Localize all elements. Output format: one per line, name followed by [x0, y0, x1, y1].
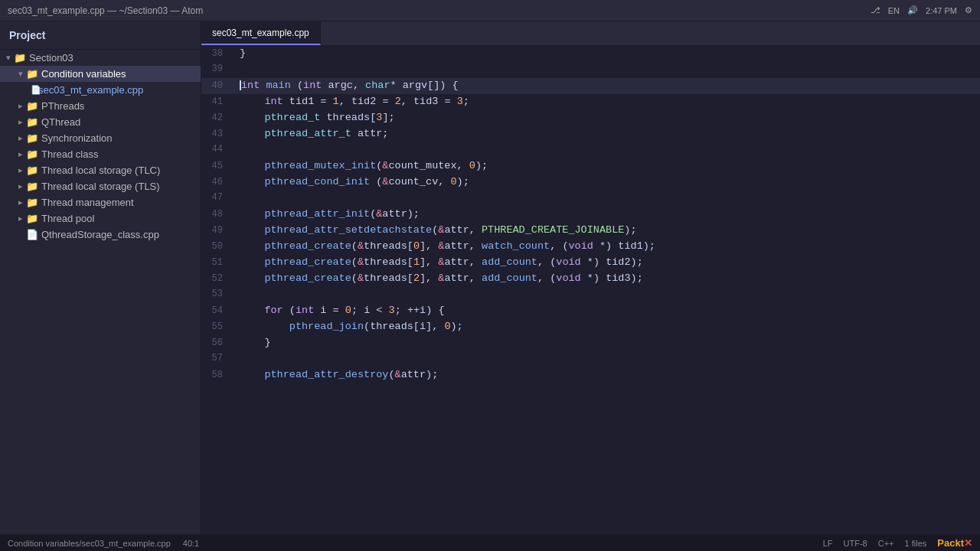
status-path: Condition variables/sec03_mt_example.cpp [8, 539, 171, 548]
sidebar-item-label: Synchronization [41, 132, 113, 144]
code-line-48: 48 pthread_attr_init(&attr); [201, 207, 980, 223]
folder-icon: 📁 [26, 132, 38, 144]
line-content: pthread_mutex_init(&count_mutex, 0); [237, 158, 980, 174]
line-number: 48 [201, 207, 237, 222]
code-line-40: 40 int main (int argc, char* argv[]) { [201, 78, 980, 94]
line-number: 55 [201, 320, 237, 334]
line-content: pthread_create(&threads[2], &attr, add_c… [237, 271, 980, 287]
code-editor[interactable]: 38 } 39 40 int main (int argc, char* arg… [201, 46, 980, 534]
settings-icon[interactable]: ⚙ [965, 5, 972, 15]
code-line-55: 55 pthread_join(threads[i], 0); [201, 319, 980, 335]
line-number: 47 [201, 191, 237, 205]
speaker-icon[interactable]: 🔊 [907, 5, 918, 15]
status-position: 40:1 [183, 539, 199, 548]
line-content: int main (int argc, char* argv[]) { [237, 78, 980, 94]
line-number: 56 [201, 336, 237, 350]
line-number: 45 [201, 159, 237, 174]
folder-icon: 📁 [26, 148, 38, 160]
line-number: 39 [201, 62, 237, 77]
sidebar-item-label: QthreadStorage_class.cpp [41, 229, 159, 240]
line-content: int tid1 = 1, tid2 = 2, tid3 = 3; [237, 94, 980, 110]
sidebar-item-thread-pool[interactable]: ▸ 📁 Thread pool [0, 210, 201, 227]
sidebar-item-qthreadstorage[interactable]: 📄 QthreadStorage_class.cpp [0, 227, 201, 243]
sidebar-item-thread-local-tlc[interactable]: ▸ 📁 Thread local storage (TLC) [0, 162, 201, 178]
tab-label: sec03_mt_example.cpp [212, 28, 309, 38]
code-line-46: 46 pthread_cond_init (&count_cv, 0); [201, 174, 980, 191]
sidebar-item-thread-class[interactable]: ▸ 📁 Thread class [0, 146, 201, 162]
status-right: LF UTF-8 C++ 1 files Packt✕ [823, 537, 972, 549]
title-bar: sec03_mt_example.cpp — ~/Section03 — Ato… [0, 0, 980, 21]
line-number: 40 [201, 79, 237, 93]
line-content: pthread_attr_destroy(&attr); [237, 367, 980, 383]
chevron-right-icon: ▸ [18, 117, 26, 127]
folder-icon: 📁 [26, 116, 38, 128]
code-line-49: 49 pthread_attr_setdetachstate(&attr, PT… [201, 223, 980, 239]
line-number: 41 [201, 95, 237, 109]
code-line-56: 56 } [201, 335, 980, 351]
code-line-50: 50 pthread_create(&threads[0], &attr, wa… [201, 239, 980, 255]
sidebar-item-qthread[interactable]: ▸ 📁 QThread [0, 114, 201, 130]
status-encoding: UTF-8 [844, 539, 867, 548]
code-line-42: 42 pthread_t threads[3]; [201, 110, 980, 126]
line-content: pthread_create(&threads[1], &attr, add_c… [237, 255, 980, 271]
sidebar-item-label: Thread management [41, 197, 134, 208]
sidebar-item-sec03-file[interactable]: 📄 sec03_mt_example.cpp [0, 82, 201, 98]
code-line-53: 53 [201, 287, 980, 303]
status-bar: Condition variables/sec03_mt_example.cpp… [0, 534, 980, 551]
line-content: } [237, 335, 980, 351]
line-number: 38 [201, 47, 237, 61]
code-line-52: 52 pthread_create(&threads[2], &attr, ad… [201, 271, 980, 287]
tab-sec03[interactable]: sec03_mt_example.cpp [201, 21, 321, 45]
line-content: pthread_create(&threads[0], &attr, watch… [237, 239, 980, 255]
clock-label: 2:47 PM [926, 6, 957, 15]
chevron-right-icon: ▸ [18, 149, 26, 159]
sidebar-item-label: Section03 [29, 52, 74, 64]
sidebar-item-label: QThread [41, 116, 80, 128]
line-content: pthread_t threads[3]; [237, 110, 980, 126]
line-content: pthread_join(threads[i], 0); [237, 319, 980, 335]
chevron-right-icon: ▸ [18, 133, 26, 143]
code-line-54: 54 for (int i = 0; i < 3; ++i) { [201, 303, 980, 319]
line-number: 42 [201, 111, 237, 126]
chevron-right-icon: ▸ [18, 181, 26, 191]
line-number: 53 [201, 287, 237, 302]
code-line-58: 58 pthread_attr_destroy(&attr); [201, 367, 980, 383]
line-content: for (int i = 0; i < 3; ++i) { [237, 303, 980, 319]
line-number: 58 [201, 368, 237, 383]
line-number: 49 [201, 223, 237, 238]
line-content: pthread_attr_setdetachstate(&attr, PTHRE… [237, 223, 980, 239]
code-line-44: 44 [201, 142, 980, 158]
chevron-right-icon: ▸ [18, 165, 26, 175]
sidebar: Project ▾ 📁 Section03 ▾ 📁 Condition vari… [0, 21, 201, 534]
chevron-right-icon: ▸ [18, 197, 26, 207]
folder-icon: 📁 [26, 181, 38, 192]
sidebar-item-pthreads[interactable]: ▸ 📁 PThreads [0, 98, 201, 114]
sidebar-item-thread-local-tls[interactable]: ▸ 📁 Thread local storage (TLS) [0, 178, 201, 194]
branch-icon[interactable]: ⎇ [871, 5, 880, 15]
tab-bar: sec03_mt_example.cpp [201, 21, 980, 46]
chevron-right-icon: ▸ [18, 101, 26, 111]
main-layout: Project ▾ 📁 Section03 ▾ 📁 Condition vari… [0, 21, 980, 534]
status-left: Condition variables/sec03_mt_example.cpp… [8, 539, 199, 548]
chevron-down-icon: ▾ [6, 53, 14, 63]
file-doc-icon: 📄 [26, 229, 38, 240]
sidebar-item-synchronization[interactable]: ▸ 📁 Synchronization [0, 130, 201, 146]
sidebar-header: Project [0, 21, 201, 50]
sidebar-item-section03[interactable]: ▾ 📁 Section03 [0, 50, 201, 66]
sidebar-item-thread-management[interactable]: ▸ 📁 Thread management [0, 194, 201, 210]
chevron-right-icon: ▸ [18, 214, 26, 223]
sidebar-item-condition-variables[interactable]: ▾ 📁 Condition variables [0, 66, 201, 82]
code-line-43: 43 pthread_attr_t attr; [201, 126, 980, 142]
title-bar-right: ⎇ EN 🔊 2:47 PM ⚙ [871, 5, 972, 15]
line-number: 44 [201, 142, 237, 157]
file-icon: 📄 [31, 85, 38, 95]
sidebar-item-label: Condition variables [41, 68, 126, 80]
sidebar-item-label: Thread local storage (TLC) [41, 165, 160, 176]
packt-logo: Packt✕ [937, 537, 972, 549]
title-bar-left: sec03_mt_example.cpp — ~/Section03 — Ato… [8, 5, 203, 16]
packt-x: ✕ [964, 537, 972, 549]
code-line-47: 47 [201, 191, 980, 207]
line-number: 52 [201, 272, 237, 286]
folder-icon: 📁 [26, 197, 38, 208]
folder-icon: 📁 [26, 165, 38, 176]
